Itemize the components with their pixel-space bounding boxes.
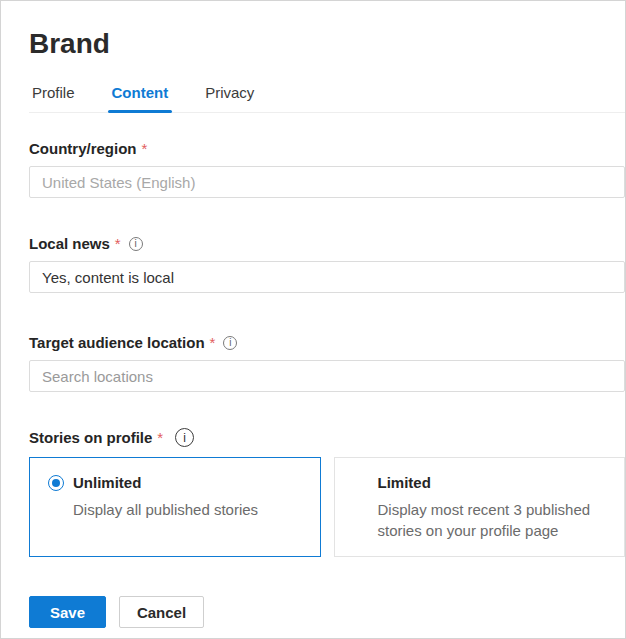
- brand-settings-panel: Brand Profile Content Privacy Country/re…: [1, 28, 625, 628]
- radio-selected-icon[interactable]: [48, 475, 64, 491]
- tab-privacy[interactable]: Privacy: [202, 84, 257, 112]
- target-audience-search-input[interactable]: [29, 360, 625, 392]
- required-asterisk: *: [210, 334, 216, 351]
- stories-option-cards: Unlimited Display all published stories …: [29, 457, 625, 557]
- tab-content[interactable]: Content: [109, 84, 172, 112]
- country-region-label: Country/region: [29, 140, 137, 157]
- local-news-label: Local news: [29, 235, 110, 252]
- option-title: Limited: [378, 474, 598, 492]
- cancel-button[interactable]: Cancel: [119, 596, 204, 628]
- option-description: Display all published stories: [73, 499, 258, 520]
- info-circle-icon[interactable]: i: [175, 428, 194, 447]
- stories-on-profile-field: Stories on profile * i: [29, 428, 625, 447]
- stories-option-unlimited[interactable]: Unlimited Display all published stories: [29, 457, 321, 557]
- required-asterisk: *: [157, 429, 163, 446]
- stories-on-profile-label: Stories on profile: [29, 429, 152, 446]
- target-audience-field: Target audience location * i: [29, 334, 625, 392]
- stories-option-limited[interactable]: Limited Display most recent 3 published …: [334, 457, 626, 557]
- page-title: Brand: [29, 28, 625, 60]
- local-news-field: Local news * i: [29, 235, 625, 293]
- required-asterisk: *: [142, 140, 148, 157]
- form-actions: Save Cancel: [29, 596, 625, 628]
- country-region-field: Country/region *: [29, 140, 625, 198]
- info-circle-icon[interactable]: i: [223, 336, 237, 350]
- required-asterisk: *: [115, 235, 121, 252]
- target-audience-label: Target audience location: [29, 334, 205, 351]
- tab-bar: Profile Content Privacy: [29, 84, 625, 113]
- info-circle-icon[interactable]: i: [129, 237, 143, 251]
- save-button[interactable]: Save: [29, 596, 106, 628]
- country-region-input[interactable]: [29, 166, 625, 198]
- tab-profile[interactable]: Profile: [29, 84, 78, 112]
- option-title: Unlimited: [73, 474, 258, 492]
- option-description: Display most recent 3 published stories …: [378, 499, 598, 541]
- local-news-input[interactable]: [29, 261, 625, 293]
